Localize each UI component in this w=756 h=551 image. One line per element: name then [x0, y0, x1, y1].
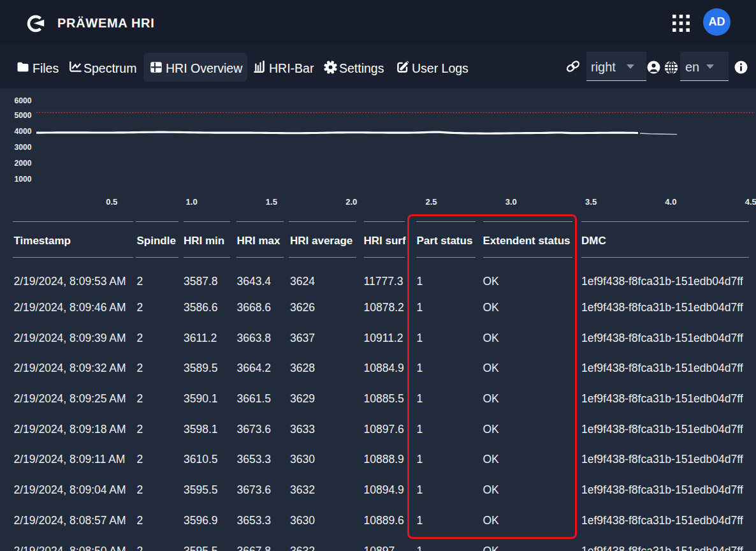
svg-text:3000: 3000 [14, 143, 31, 152]
svg-text:2000: 2000 [14, 159, 31, 168]
svg-text:3.5: 3.5 [585, 197, 597, 207]
svg-text:1.5: 1.5 [266, 197, 277, 207]
svg-text:4.0: 4.0 [665, 197, 676, 207]
svg-text:4000: 4000 [14, 127, 31, 136]
svg-text:1.0: 1.0 [186, 197, 198, 207]
svg-text:0.5: 0.5 [106, 197, 117, 207]
svg-text:6000: 6000 [14, 96, 31, 105]
svg-text:4.5: 4.5 [745, 197, 756, 207]
svg-text:3.0: 3.0 [505, 197, 517, 207]
svg-text:5000: 5000 [14, 111, 31, 120]
svg-text:2.5: 2.5 [425, 197, 437, 207]
svg-text:2.0: 2.0 [345, 197, 357, 207]
svg-text:1000: 1000 [14, 175, 31, 184]
